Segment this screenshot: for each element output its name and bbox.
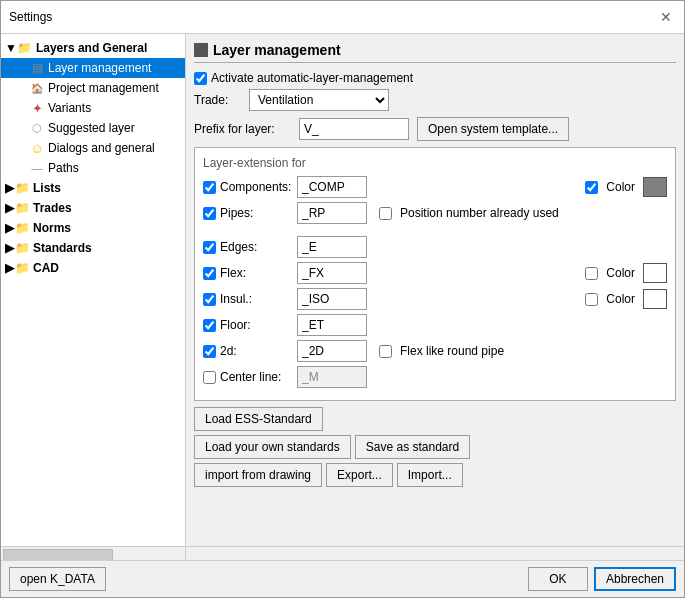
folder-icon: 📁 [14, 180, 30, 196]
sidebar-item-project-management[interactable]: 🏠 Project management [1, 78, 185, 98]
expand-arrow: ▶ [5, 221, 14, 235]
sidebar-item-trades[interactable]: ▶ 📁 Trades [1, 198, 185, 218]
components-input[interactable] [297, 176, 367, 198]
activate-checkbox[interactable] [194, 72, 207, 85]
sidebar-item-label: Paths [48, 161, 79, 175]
2d-checkbox-label: 2d: [203, 344, 293, 358]
window-title: Settings [9, 10, 52, 24]
flex-row: Flex: Color [203, 262, 667, 284]
own-save-button-row: Load your own standards Save as standard [194, 435, 676, 459]
sidebar: ▼ 📁 Layers and General ▤ Layer managemen… [1, 34, 186, 546]
import-button[interactable]: Import... [397, 463, 463, 487]
components-color-swatch[interactable] [643, 177, 667, 197]
expand-arrow: ▶ [5, 181, 14, 195]
floor-checkbox[interactable] [203, 319, 216, 332]
position-number-checkbox[interactable] [379, 207, 392, 220]
group-box-title: Layer-extension for [203, 156, 667, 170]
panel-title-area: Layer management [194, 42, 676, 63]
folder-icon: 📁 [14, 200, 30, 216]
floor-input[interactable] [297, 314, 367, 336]
folder-icon: 📁 [17, 40, 33, 56]
insul-row: Insul.: Color [203, 288, 667, 310]
pipes-checkbox-label: Pipes: [203, 206, 293, 220]
folder-icon: 📁 [14, 260, 30, 276]
prefix-input[interactable] [299, 118, 409, 140]
sidebar-item-dialogs-and-general[interactable]: ☺ Dialogs and general [1, 138, 185, 158]
insul-checkbox[interactable] [203, 293, 216, 306]
edges-checkbox[interactable] [203, 241, 216, 254]
import-export-button-row: import from drawing Export... Import... [194, 463, 676, 487]
sidebar-group-label: CAD [33, 261, 59, 275]
sidebar-group-label: Norms [33, 221, 71, 235]
sidebar-item-cad[interactable]: ▶ 📁 CAD [1, 258, 185, 278]
sidebar-item-variants[interactable]: ✦ Variants [1, 98, 185, 118]
prefix-label: Prefix for layer: [194, 122, 299, 136]
sidebar-item-standards[interactable]: ▶ 📁 Standards [1, 238, 185, 258]
layer-icon: ▤ [29, 60, 45, 76]
insul-color-checkbox[interactable] [585, 293, 598, 306]
center-line-checkbox-label: Center line: [203, 370, 293, 384]
2d-checkbox[interactable] [203, 345, 216, 358]
flex-color-swatch[interactable] [643, 263, 667, 283]
content-area: ▼ 📁 Layers and General ▤ Layer managemen… [1, 34, 684, 546]
insul-color-swatch[interactable] [643, 289, 667, 309]
components-checkbox[interactable] [203, 181, 216, 194]
flex-checkbox-label: Flex: [203, 266, 293, 280]
load-own-standards-button[interactable]: Load your own standards [194, 435, 351, 459]
settings-window: Settings ✕ ▼ 📁 Layers and General ▤ Laye… [0, 0, 685, 598]
sidebar-item-norms[interactable]: ▶ 📁 Norms [1, 218, 185, 238]
sidebar-item-layers-and-general[interactable]: ▼ 📁 Layers and General [1, 38, 185, 58]
activate-row: Activate automatic-layer-management [194, 71, 676, 85]
sidebar-item-label: Project management [48, 81, 159, 95]
flex-checkbox[interactable] [203, 267, 216, 280]
floor-row: Floor: [203, 314, 667, 336]
export-button[interactable]: Export... [326, 463, 393, 487]
import-from-drawing-button[interactable]: import from drawing [194, 463, 322, 487]
title-bar: Settings ✕ [1, 1, 684, 34]
trade-row: Trade: Ventilation Heating Sanitary Elec… [194, 89, 676, 111]
sidebar-item-lists[interactable]: ▶ 📁 Lists [1, 178, 185, 198]
pipes-input[interactable] [297, 202, 367, 224]
trade-select[interactable]: Ventilation Heating Sanitary Electrical [249, 89, 389, 111]
components-label: Components: [220, 180, 291, 194]
variants-icon: ✦ [29, 100, 45, 116]
paths-icon: — [29, 160, 45, 176]
open-template-button[interactable]: Open system template... [417, 117, 569, 141]
sidebar-group-label: Standards [33, 241, 92, 255]
cancel-button[interactable]: Abbrechen [594, 567, 676, 591]
sidebar-group-label: Trades [33, 201, 72, 215]
panel-title: Layer management [213, 42, 341, 58]
pipes-checkbox[interactable] [203, 207, 216, 220]
open-kdata-button[interactable]: open K_DATA [9, 567, 106, 591]
sidebar-item-suggested-layer[interactable]: ⬡ Suggested layer [1, 118, 185, 138]
edges-checkbox-label: Edges: [203, 240, 293, 254]
sidebar-item-label: Layer management [48, 61, 151, 75]
2d-input[interactable] [297, 340, 367, 362]
folder-icon: 📁 [14, 240, 30, 256]
sidebar-hscroll-bar [1, 546, 684, 560]
ess-button-row: Load ESS-Standard [194, 407, 676, 431]
insul-label: Insul.: [220, 292, 252, 306]
dialogs-icon: ☺ [29, 140, 45, 156]
center-line-checkbox[interactable] [203, 371, 216, 384]
flex-color-checkbox[interactable] [585, 267, 598, 280]
load-ess-button[interactable]: Load ESS-Standard [194, 407, 323, 431]
edges-row: Edges: [203, 236, 667, 258]
components-color-checkbox[interactable] [585, 181, 598, 194]
expand-arrow: ▼ [5, 41, 17, 55]
flex-round-checkbox[interactable] [379, 345, 392, 358]
sidebar-item-layer-management[interactable]: ▤ Layer management [1, 58, 185, 78]
center-line-input[interactable] [297, 366, 367, 388]
edges-input[interactable] [297, 236, 367, 258]
sidebar-item-label: Suggested layer [48, 121, 135, 135]
sidebar-group-label: Lists [33, 181, 61, 195]
save-as-standard-button[interactable]: Save as standard [355, 435, 470, 459]
close-button[interactable]: ✕ [656, 7, 676, 27]
ok-button[interactable]: OK [528, 567, 588, 591]
flex-label: Flex: [220, 266, 246, 280]
bottom-right-buttons: OK Abbrechen [528, 567, 676, 591]
flex-input[interactable] [297, 262, 367, 284]
insul-input[interactable] [297, 288, 367, 310]
trade-label: Trade: [194, 93, 249, 107]
sidebar-item-paths[interactable]: — Paths [1, 158, 185, 178]
